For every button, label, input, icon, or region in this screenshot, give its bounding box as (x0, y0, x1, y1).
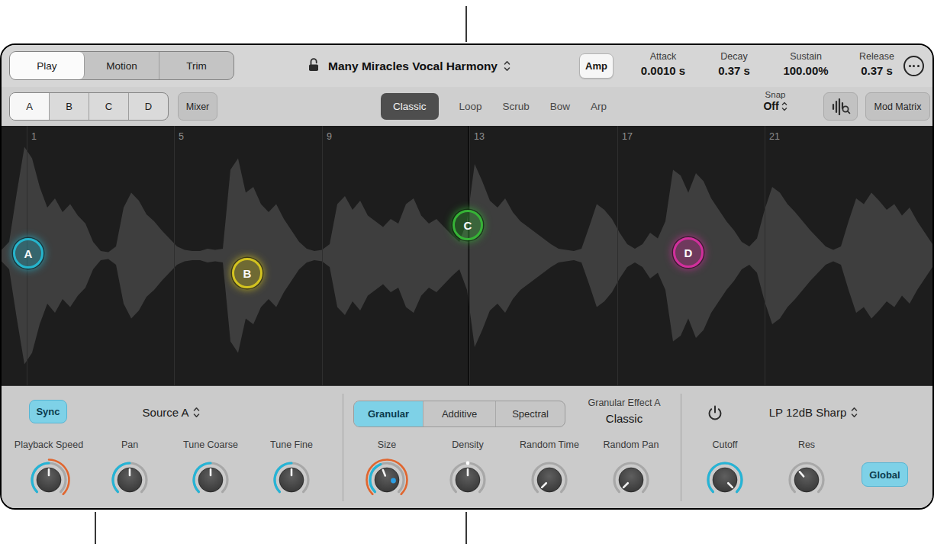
mixer-button[interactable]: Mixer (178, 92, 217, 121)
tab-arp[interactable]: Arp (591, 101, 607, 112)
up-down-chevron-icon (193, 407, 200, 418)
knob-random-pan[interactable]: Random Pan (591, 439, 671, 503)
amp-button[interactable]: Amp (579, 53, 614, 79)
mode-granular[interactable]: Granular (354, 401, 424, 426)
source-tab-d[interactable]: D (129, 93, 168, 120)
filter-type-value: LP 12dB Sharp (769, 406, 846, 419)
play-mode-tabs: Classic Loop Scrub Bow Arp (381, 92, 607, 121)
beat-grid-line (469, 126, 470, 385)
source-tab-a[interactable]: A (10, 93, 50, 120)
synthesis-mode-segmented-control: Granular Additive Spectral (353, 401, 565, 427)
knob-dial-tune-coarse[interactable] (188, 457, 234, 503)
spectrogram-zoom-button[interactable] (823, 92, 858, 121)
knob-tune-coarse[interactable]: Tune Coarse (171, 439, 250, 503)
knob-dial-res[interactable] (784, 457, 829, 503)
knob-label-density: Density (428, 439, 507, 451)
knob-dial-size[interactable] (364, 457, 410, 503)
beat-label: 5 (179, 131, 184, 142)
beat-grid-line (765, 126, 765, 385)
knob-cutoff[interactable]: Cutoff (685, 439, 765, 503)
knob-pan[interactable]: Pan (90, 439, 169, 503)
play-mode-segmented-control: Play Motion Trim (9, 51, 234, 80)
release-control: Release 0.37 s (842, 51, 912, 77)
sync-button[interactable]: Sync (29, 400, 67, 423)
attack-value[interactable]: 0.0010 s (628, 64, 698, 77)
knob-dial-density[interactable] (445, 457, 491, 503)
knob-label-tune-coarse: Tune Coarse (171, 439, 250, 451)
beat-grid-line (174, 126, 175, 385)
knob-res[interactable]: Res (767, 439, 846, 503)
knob-dial-random-pan[interactable] (608, 457, 654, 503)
knob-density[interactable]: Density (428, 439, 507, 503)
beat-grid-line (617, 126, 618, 385)
beat-label: 1 (31, 131, 37, 142)
knob-label-size: Size (347, 439, 427, 451)
decay-control: Decay 0.37 s (699, 51, 769, 77)
knob-label-playback-speed: Playback Speed (9, 439, 89, 451)
up-down-chevron-icon (781, 101, 787, 111)
knob-dial-random-time[interactable] (527, 457, 572, 503)
mode-additive[interactable]: Additive (424, 401, 496, 426)
beat-label: 13 (474, 131, 485, 142)
up-down-chevron-icon (504, 60, 510, 72)
marker-d[interactable]: D (673, 237, 704, 268)
knob-label-cutoff: Cutoff (685, 439, 765, 451)
marker-a[interactable]: A (13, 238, 43, 269)
panel-divider (681, 394, 681, 501)
snap-value-dropdown[interactable]: Off (755, 100, 795, 112)
knob-dial-pan[interactable] (107, 457, 153, 503)
knob-label-random-pan: Random Pan (591, 439, 671, 451)
sustain-control: Sustain 100.00% (771, 51, 841, 77)
attack-control: Attack 0.0010 s (628, 51, 698, 77)
knob-label-res: Res (767, 439, 846, 451)
granular-effect-label: Granular Effect A (575, 397, 673, 408)
marker-c[interactable]: C (453, 210, 483, 240)
spectrogram-zoom-icon (831, 98, 851, 115)
callout-line-top (465, 6, 467, 42)
decay-value[interactable]: 0.37 s (699, 64, 769, 77)
release-label: Release (842, 51, 912, 62)
tab-loop[interactable]: Loop (459, 101, 482, 112)
mode-tab-trim[interactable]: Trim (159, 52, 234, 79)
granular-effect-control: Granular Effect A Classic (575, 397, 673, 425)
sustain-value[interactable]: 100.00% (771, 64, 841, 77)
mode-spectral[interactable]: Spectral (496, 401, 565, 426)
mode-tab-play[interactable]: Play (10, 52, 85, 79)
source-segmented-control: A B C D (9, 92, 169, 121)
tab-classic[interactable]: Classic (381, 93, 439, 120)
preset-selector[interactable]: Many Miracles Vocal Harmony (328, 45, 510, 87)
beat-label: 21 (769, 131, 780, 142)
knob-dial-tune-fine[interactable] (269, 457, 314, 503)
knob-tune-fine[interactable]: Tune Fine (252, 439, 331, 503)
source-tab-b[interactable]: B (50, 93, 89, 120)
tab-scrub[interactable]: Scrub (503, 101, 530, 112)
control-panel: Sync Source A Granular Additive Spectral… (2, 385, 932, 508)
source-tab-c[interactable]: C (89, 93, 129, 120)
knob-dial-playback-speed[interactable] (26, 457, 72, 503)
waveform-graphic (2, 126, 932, 385)
waveform-display[interactable]: 159131721ABCD (2, 126, 932, 385)
knob-dial-cutoff[interactable] (702, 457, 748, 503)
marker-b[interactable]: B (232, 258, 262, 288)
source-select[interactable]: Source A (108, 406, 234, 419)
source-toolbar: A B C D Mixer Classic Loop Scrub Bow Arp… (2, 87, 932, 126)
decay-label: Decay (699, 51, 769, 62)
circled-ellipsis-icon[interactable] (903, 56, 924, 76)
granular-effect-value[interactable]: Classic (575, 412, 673, 425)
filter-power-button[interactable] (707, 404, 723, 424)
beat-label: 9 (327, 131, 332, 142)
release-value[interactable]: 0.37 s (842, 64, 912, 77)
global-button[interactable]: Global (862, 462, 908, 487)
tab-bow[interactable]: Bow (550, 101, 570, 112)
knob-random-time[interactable]: Random Time (510, 439, 589, 503)
knob-size[interactable]: Size (347, 439, 427, 503)
beat-label: 17 (622, 131, 633, 142)
knob-playback-speed[interactable]: Playback Speed (9, 439, 89, 503)
mod-matrix-button[interactable]: Mod Matrix (865, 92, 930, 121)
open-padlock-icon[interactable] (307, 57, 320, 76)
filter-type-select[interactable]: LP 12dB Sharp (749, 406, 878, 419)
mode-tab-motion[interactable]: Motion (85, 52, 159, 79)
attack-label: Attack (628, 51, 698, 62)
knob-label-pan: Pan (90, 439, 169, 451)
up-down-chevron-icon (851, 407, 858, 418)
